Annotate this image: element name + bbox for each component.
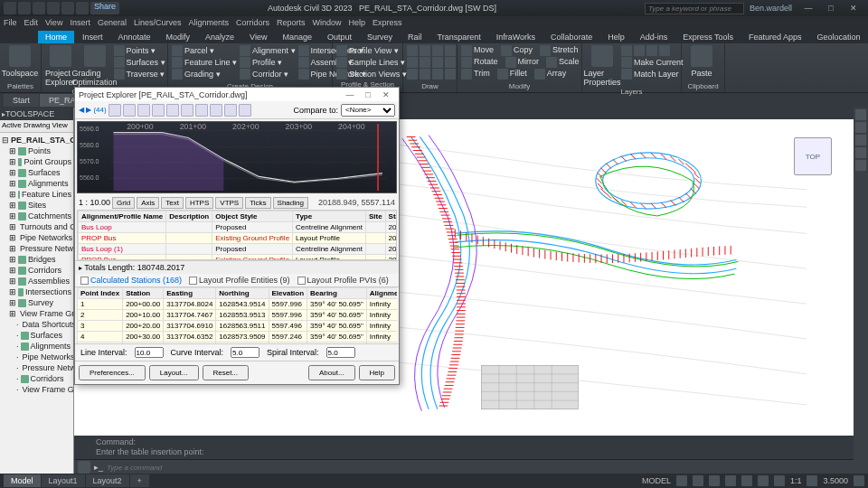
menu-reports[interactable]: Reports: [277, 18, 306, 27]
osnap-icon[interactable]: [741, 475, 752, 486]
nav-wheel-icon[interactable]: [855, 109, 866, 120]
stations-grid[interactable]: Point IndexStationEastingNorthingElevati…: [77, 287, 397, 343]
ribtab-survey[interactable]: Survey: [360, 31, 400, 43]
btn-section-views[interactable]: Section Views ▾: [336, 69, 407, 80]
customize-icon[interactable]: [854, 475, 864, 486]
ribtab-analyze[interactable]: Analyze: [198, 31, 241, 43]
ribtab-infraworks[interactable]: InfraWorks: [489, 31, 542, 43]
btn-surfaces[interactable]: Surfaces ▾: [114, 57, 165, 68]
prospector-tree[interactable]: ⊟ PE_RAIL_STA_Cor...⊞ Points⊞ Point Grou…: [0, 133, 73, 474]
subtab-stations[interactable]: Calculated Stations (168): [80, 276, 182, 285]
pe-shading-button[interactable]: Shading: [273, 197, 308, 209]
tree-sites[interactable]: ⊞ Sites: [2, 200, 71, 211]
menu-general[interactable]: General: [98, 18, 127, 27]
menu-express[interactable]: Express: [373, 18, 402, 27]
draw-tools[interactable]: [407, 45, 453, 81]
reset-button[interactable]: Reset...: [203, 365, 250, 380]
paste-button[interactable]: Paste: [685, 45, 718, 78]
tree-pressure-netw---[interactable]: · Pressure Netw...: [2, 362, 71, 373]
close-icon[interactable]: ✕: [843, 2, 864, 14]
curve-interval-input[interactable]: [231, 347, 259, 358]
ribtab-collaborate[interactable]: Collaborate: [543, 31, 599, 43]
ribtab-output[interactable]: Output: [320, 31, 359, 43]
about-button[interactable]: About...: [308, 365, 355, 380]
station-row[interactable]: 4200+30.003137704.63521628573.95095597.2…: [78, 332, 398, 343]
tree-view-frame-gr---[interactable]: ⊞ View Frame Gr...: [2, 308, 71, 319]
pe-axis-button[interactable]: Axis: [137, 197, 159, 209]
alignment-row[interactable]: PROP BusExisting Ground ProfileLayout Pr…: [79, 233, 398, 244]
ribtab-annotate[interactable]: Annotate: [111, 31, 158, 43]
transparency-icon[interactable]: [774, 475, 785, 486]
ribtab-home[interactable]: Home: [38, 31, 74, 43]
tree-intersections[interactable]: ⊞ Intersections: [2, 286, 71, 297]
ribtab-express-tools[interactable]: Express Tools: [675, 31, 741, 43]
pe-vtps-button[interactable]: VTPS: [215, 197, 243, 209]
pe-close-icon[interactable]: ✕: [377, 90, 395, 99]
tab-layout1[interactable]: Layout1: [42, 474, 85, 487]
alignment-grid[interactable]: Alignment/Profile NameDescriptionObject …: [77, 210, 397, 260]
project-explorer-button[interactable]: Project Explorer: [45, 45, 76, 87]
pe-htps-button[interactable]: HTPS: [185, 197, 213, 209]
qat-undo-icon[interactable]: [61, 2, 74, 14]
tab-model[interactable]: Model: [4, 474, 41, 487]
preferences-button[interactable]: Preferences...: [79, 365, 146, 380]
menu-view[interactable]: View: [45, 18, 62, 27]
ribtab-view[interactable]: View: [242, 31, 274, 43]
pe-scale[interactable]: 1 : 10.00: [79, 198, 110, 207]
user-menu[interactable]: Ben.wardell: [750, 4, 792, 13]
tree-pressure-netw---[interactable]: ⊞ Pressure Netw...: [2, 243, 71, 254]
tree-feature-lines[interactable]: ⊞ Feature Lines: [2, 189, 71, 200]
btn-points[interactable]: Points ▾: [114, 45, 165, 56]
gear-icon[interactable]: [807, 475, 817, 486]
grid-icon[interactable]: [676, 475, 687, 486]
lwt-icon[interactable]: [758, 475, 769, 486]
tree-point-groups[interactable]: ⊞ Point Groups: [2, 156, 71, 167]
maximize-icon[interactable]: □: [820, 2, 842, 14]
btn-sample-lines[interactable]: Sample Lines ▾: [336, 57, 407, 68]
btn-traverse[interactable]: Traverse ▾: [114, 69, 165, 80]
tree-catchments[interactable]: ⊞ Catchments: [2, 211, 71, 221]
toolspace-button[interactable]: Toolspace: [4, 45, 36, 78]
pe-minimize-icon[interactable]: —: [341, 90, 359, 99]
pe-ticks-button[interactable]: Ticks: [245, 197, 270, 209]
subtab-pvis[interactable]: Layout Profile PVIs (6): [297, 276, 389, 285]
menu-file[interactable]: File: [4, 18, 17, 27]
layer-properties-button[interactable]: Layer Properties: [586, 45, 618, 87]
zoom-icon[interactable]: [855, 135, 866, 145]
menu-alignments[interactable]: Alignments: [188, 18, 229, 27]
tree-corridors[interactable]: ⊞ Corridors: [2, 265, 71, 276]
btn-parcel[interactable]: Parcel ▾: [172, 45, 237, 56]
station-row[interactable]: 3200+20.003137704.69101628563.95115597.4…: [78, 321, 398, 332]
menu-insert[interactable]: Insert: [70, 18, 90, 27]
profile-chart[interactable]: 5590.05580.05570.05560.0 200+00201+00202…: [77, 121, 397, 193]
alignment-row[interactable]: Bus Loop (1)ProposedCentreline Alignment…: [79, 244, 398, 255]
ribtab-featured-apps[interactable]: Featured Apps: [741, 31, 809, 43]
help-search-input[interactable]: [645, 3, 744, 14]
tree-bridges[interactable]: ⊞ Bridges: [2, 254, 71, 265]
tab-layout2[interactable]: Layout2: [86, 474, 129, 487]
minimize-icon[interactable]: —: [797, 2, 819, 14]
btn-corridor[interactable]: Corridor ▾: [240, 69, 296, 80]
tree-surfaces[interactable]: ⊞ Surfaces: [2, 167, 71, 178]
station-row[interactable]: 2200+10.003137704.74671628553.95135597.9…: [78, 310, 398, 321]
menu-lines/curves[interactable]: Lines/Curves: [134, 18, 182, 27]
viewcube[interactable]: TOP: [794, 137, 832, 175]
qat-open-icon[interactable]: [33, 2, 45, 14]
tree-pipe-networks[interactable]: · Pipe Networks: [2, 352, 71, 362]
subtab-entities[interactable]: Layout Profile Entities (9): [189, 276, 290, 285]
station-row[interactable]: 1200+00.003137704.80241628543.95145597.9…: [78, 299, 398, 310]
pe-tool-icon[interactable]: [108, 104, 121, 117]
share-button[interactable]: Share: [90, 2, 119, 14]
layout-button[interactable]: Layout...: [149, 365, 199, 380]
snap-icon[interactable]: [693, 475, 703, 486]
tree-survey[interactable]: ⊞ Survey: [2, 297, 71, 308]
qat-redo-icon[interactable]: [76, 2, 89, 14]
menu-edit[interactable]: Edit: [24, 18, 39, 27]
menu-help[interactable]: Help: [349, 18, 366, 27]
tree-surfaces[interactable]: · Surfaces: [2, 330, 71, 341]
pan-icon[interactable]: [855, 122, 866, 133]
tab-start[interactable]: Start: [4, 94, 39, 107]
qat-save-icon[interactable]: [47, 2, 60, 14]
btn-feature-line[interactable]: Feature Line ▾: [172, 57, 237, 68]
btn-grading[interactable]: Grading ▾: [172, 69, 237, 80]
